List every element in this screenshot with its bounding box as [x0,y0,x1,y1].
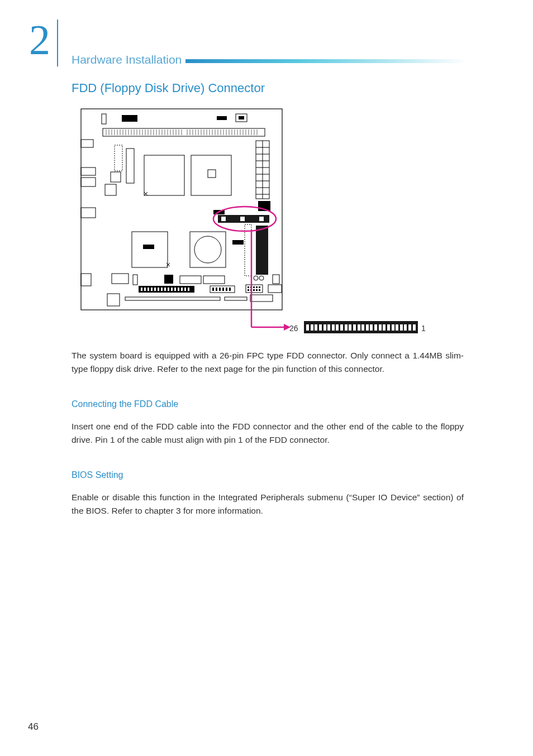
callout-overlay [78,106,458,341]
subheading-connecting-cable: Connecting the FDD Cable [72,399,178,409]
svg-point-147 [213,207,276,231]
fdd-pin-strip [304,321,418,333]
section-title: FDD (Floppy Disk Drive) Connector [72,81,265,95]
intro-paragraph: The system board is equipped with a 26-p… [72,349,464,376]
pin-label-1: 1 [421,324,426,333]
chapter-number: 2 [29,16,50,64]
subheading-bios-setting: BIOS Setting [72,470,123,480]
connecting-cable-paragraph: Insert one end of the FDD cable into the… [72,420,464,447]
chapter-divider [57,20,58,66]
chapter-title: Hardware Installation [72,53,182,66]
pin-label-26: 26 [289,324,298,333]
page-number: 46 [28,721,39,733]
motherboard-diagram: 26 1 [78,106,458,341]
bios-setting-paragraph: Enable or disable this function in the I… [72,491,464,518]
header-gradient-rule [185,59,467,63]
